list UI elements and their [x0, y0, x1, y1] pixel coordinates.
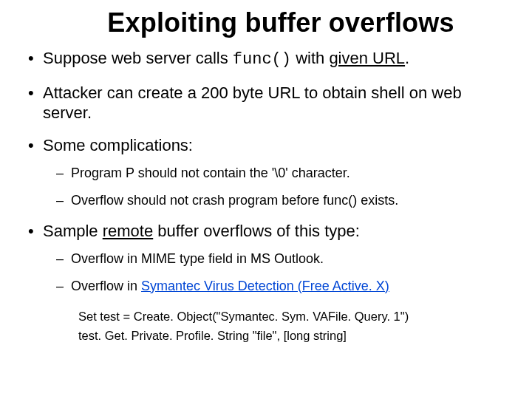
code-line-1: Set test = Create. Object("Symantec. Sym… — [78, 307, 514, 327]
bullet-1-text-b: with — [291, 49, 329, 67]
bullet-4-remote: remote — [103, 222, 153, 240]
bullet-3: Some complications: Program P should not… — [27, 136, 514, 208]
bullet-1-given-url: given URL — [329, 49, 405, 67]
bullet-4-sub-1: Overflow in MIME type field in MS Outloo… — [56, 250, 514, 267]
bullet-4-sub-2-text-a: Overflow in — [71, 279, 141, 293]
code-block: Set test = Create. Object("Symantec. Sym… — [78, 307, 514, 345]
code-line-2: test. Get. Private. Profile. String "fil… — [78, 327, 514, 346]
symantec-link[interactable]: Symantec Virus Detection (Free Active. X… — [141, 279, 389, 293]
bullet-1-func: func() — [233, 50, 291, 69]
bullet-3-sub-1: Program P should not contain the '\0' ch… — [56, 165, 514, 182]
bullet-1-text-a: Suppose web server calls — [43, 49, 233, 67]
bullet-3-sub-1-text: Program P should not contain the '\0' ch… — [71, 166, 350, 180]
bullet-4-text-b: buffer overflows of this type: — [153, 222, 360, 240]
bullet-3-sub-2-text: Overflow should not crash program before… — [71, 193, 398, 208]
bullet-2: Attacker can create a 200 byte URL to ob… — [27, 83, 514, 123]
bullet-4-sub-1-text: Overflow in MIME type field in MS Outloo… — [71, 251, 324, 266]
slide-title: Exploiting buffer overflows — [47, 7, 514, 38]
bullet-3-text: Some complications: — [43, 136, 193, 154]
bullet-4-text-a: Sample — [43, 222, 103, 240]
bullet-1: Suppose web server calls func() with giv… — [27, 49, 514, 70]
bullet-4-sub-2: Overflow in Symantec Virus Detection (Fr… — [56, 278, 514, 295]
bullet-3-sub-2: Overflow should not crash program before… — [56, 192, 514, 209]
bullet-3-sublist: Program P should not contain the '\0' ch… — [43, 165, 514, 208]
bullet-list: Suppose web server calls func() with giv… — [18, 49, 514, 294]
bullet-1-text-c: . — [405, 49, 409, 67]
bullet-2-text: Attacker can create a 200 byte URL to ob… — [43, 83, 462, 122]
bullet-4: Sample remote buffer overflows of this t… — [27, 222, 514, 294]
bullet-4-sublist: Overflow in MIME type field in MS Outloo… — [43, 250, 514, 294]
slide: Exploiting buffer overflows Suppose web … — [0, 0, 532, 399]
